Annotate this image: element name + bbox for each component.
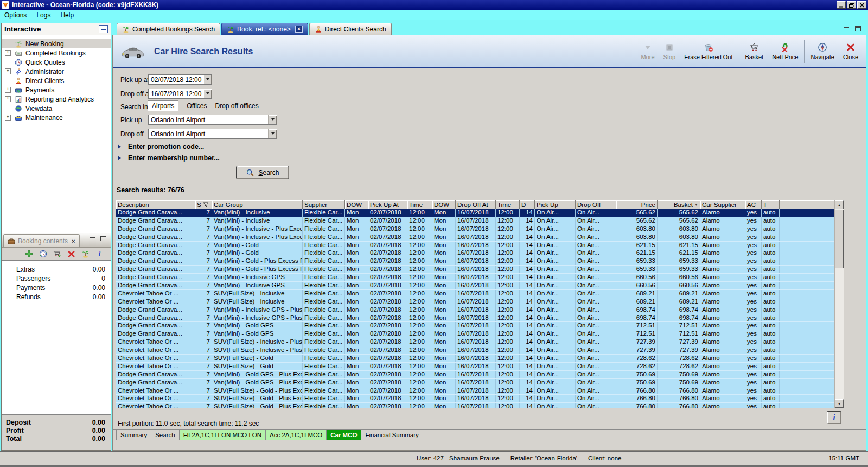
search-in-option-offices[interactable]: Offices [187, 102, 207, 110]
grid-vertical-scrollbar[interactable]: ▲ ▼ [834, 200, 844, 408]
column-header-basket[interactable]: Basket▼ [658, 200, 700, 209]
result-row[interactable]: Chevrolet Tahoe Or ...7SUV(Full Size) - … [116, 290, 834, 298]
result-row[interactable]: Dodge Grand Carava...7Van(Mini) - Gold -… [116, 266, 834, 274]
sidebar-item-maintenance[interactable]: +Maintenance [2, 113, 111, 122]
result-row[interactable]: Chevrolet Tahoe Or ...7SUV(Full Size) - … [116, 395, 834, 403]
column-header-time[interactable]: Time [496, 200, 520, 209]
column-header-drop-off-at[interactable]: Drop Off At [456, 200, 496, 209]
pick-up-at-dropdown-icon[interactable] [203, 75, 212, 84]
workspace-minimize-icon[interactable] [844, 27, 850, 31]
search-in-option-drop-off-offices[interactable]: Drop off offices [215, 102, 258, 110]
expand-icon[interactable]: + [5, 68, 11, 74]
result-row[interactable]: Dodge Grand Carava...7Van(Mini) - GoldFl… [116, 242, 834, 250]
menu-item-help[interactable]: Help [60, 11, 74, 19]
result-row[interactable]: Dodge Grand Carava...7Van(Mini) - GoldFl… [116, 249, 834, 257]
sidebar-item-payments[interactable]: +$Payments [2, 85, 111, 94]
result-row[interactable]: Chevrolet Tahoe Or ...7SUV(Full Size) - … [116, 298, 834, 306]
column-header-ac[interactable]: AC [745, 200, 762, 209]
search-button[interactable]: Search [236, 166, 289, 179]
workspace-maximize-icon[interactable] [855, 26, 861, 31]
result-row[interactable]: Dodge Grand Carava...7Van(Mini) - Inclus… [116, 306, 834, 314]
column-header-car-supplier[interactable]: Car Supplier [700, 200, 745, 209]
result-row[interactable]: Dodge Grand Carava...7Van(Mini) - Gold G… [116, 371, 834, 379]
result-row[interactable]: Dodge Grand Carava...7Van(Mini) - Inclus… [116, 274, 834, 282]
bottom-tab-summary[interactable]: Summary [116, 430, 151, 440]
column-header-drop-off[interactable]: Drop Off [576, 200, 616, 209]
booking-toolbar-plus-button[interactable] [24, 249, 34, 258]
result-row[interactable]: Chevrolet Tahoe Or ...7SUV(Full Size) - … [116, 338, 834, 346]
result-row[interactable]: Chevrolet Tahoe Or ...7SUV(Full Size) - … [116, 387, 834, 395]
result-row[interactable]: Chevrolet Tahoe Or ...7SUV(Full Size) - … [116, 363, 834, 371]
result-row[interactable]: Dodge Grand Carava...7Van(Mini) - Inclus… [116, 217, 834, 225]
basket-button[interactable]: Basket [741, 42, 768, 60]
tab-close-icon[interactable]: × [295, 26, 303, 33]
drop-off-at-field[interactable]: 16/07/2018 12:00 [148, 89, 212, 99]
result-row[interactable]: Chevrolet Tahoe Or ...7SUV(Full Size) - … [116, 403, 834, 408]
menu-item-options[interactable]: Options [4, 11, 27, 19]
drop-off-at-dropdown-icon[interactable] [203, 89, 212, 98]
pick-up-at-field[interactable]: 02/07/2018 12:00 [148, 74, 212, 85]
result-row[interactable]: Dodge Grand Carava...7Van(Mini) - Inclus… [116, 209, 834, 217]
membership-number-expander[interactable]: Enter membership number... [118, 154, 220, 162]
result-row[interactable]: Dodge Grand Carava...7Van(Mini) - Gold G… [116, 322, 834, 330]
scroll-up-icon[interactable]: ▲ [835, 200, 844, 209]
drop-off-dropdown-icon[interactable] [268, 129, 277, 138]
column-header-time[interactable]: Time [407, 200, 432, 209]
result-row[interactable]: Dodge Grand Carava...7Van(Mini) - Gold -… [116, 257, 834, 266]
result-row[interactable]: Dodge Grand Carava...7Van(Mini) - Gold G… [116, 330, 834, 338]
booking-toolbar-cart-button[interactable] [53, 249, 62, 258]
search-in-option-airports[interactable]: Airports [148, 100, 178, 111]
booking-contents-maximize-icon[interactable] [100, 236, 106, 241]
booking-toolbar-clock-button[interactable] [39, 249, 48, 258]
booking-toolbar-redx-button[interactable] [67, 249, 76, 258]
column-header-d[interactable]: D [520, 200, 535, 209]
bottom-tab-financial-summary[interactable]: Financial Summary [361, 430, 423, 440]
erase-filtered-out-button[interactable]: Erase Filtered Out [680, 42, 737, 60]
bottom-tab-flt-2a-1c-1i-lon-mco-lon[interactable]: Flt 2A,1C,1I LON MCO LON [179, 430, 266, 440]
column-header-price[interactable]: Price [616, 200, 658, 209]
window-close-button[interactable] [857, 1, 866, 9]
column-header-description[interactable]: Description [116, 200, 195, 209]
column-header-car-group[interactable]: Car Group [212, 200, 303, 209]
result-row[interactable]: Dodge Grand Carava...7Van(Mini) - Gold G… [116, 379, 834, 387]
bottom-tab-search[interactable]: Search [151, 430, 179, 440]
column-header-blank[interactable] [780, 200, 834, 209]
expand-icon[interactable]: + [5, 50, 11, 56]
column-header-t[interactable]: T [762, 200, 780, 209]
bottom-tab-car-mco[interactable]: Car MCO [326, 430, 361, 440]
pick-up-field[interactable]: Orlando Intl Airport [148, 115, 277, 125]
info-button[interactable]: i [827, 411, 841, 424]
sidebar-item-reporting-and-analytics[interactable]: +Reporting and Analytics [2, 94, 111, 104]
sidebar-item-completed-bookings[interactable]: +Completed Bookings [2, 48, 111, 58]
sidebar-item-viewdata[interactable]: Viewdata [2, 104, 111, 113]
navigate-button[interactable]: Navigate [806, 42, 838, 60]
column-header-pick-up-at[interactable]: Pick Up At [368, 200, 407, 209]
sidebar-item-new-booking[interactable]: New Booking [2, 39, 111, 48]
booking-contents-minimize-icon[interactable] [90, 236, 95, 241]
result-row[interactable]: Dodge Grand Carava...7Van(Mini) - Inclus… [116, 234, 834, 242]
window-restore-button[interactable] [847, 1, 856, 9]
expand-icon[interactable]: + [5, 115, 11, 121]
sidebar-collapse-button[interactable] [99, 25, 108, 33]
column-header-dow[interactable]: DOW [432, 200, 456, 209]
booking-toolbar-info-button[interactable]: i [95, 249, 104, 258]
menu-item-logs[interactable]: Logs [36, 11, 50, 19]
result-row[interactable]: Dodge Grand Carava...7Van(Mini) - Inclus… [116, 314, 834, 323]
pick-up-dropdown-icon[interactable] [268, 115, 277, 124]
tab-book-ref-none[interactable]: Book. ref.: <none>× [221, 23, 308, 35]
booking-contents-close-icon[interactable]: × [72, 238, 75, 244]
sidebar-item-quick-quotes[interactable]: Quick Quotes [2, 58, 111, 67]
drop-off-field[interactable]: Orlando Intl Airport [148, 129, 277, 139]
expand-icon[interactable]: + [5, 96, 11, 102]
booking-contents-tab[interactable]: Booking contents × [3, 234, 80, 247]
column-header-supplier[interactable]: Supplier [303, 200, 345, 209]
result-row[interactable]: Dodge Grand Carava...7Van(Mini) - Inclus… [116, 225, 834, 234]
column-header-s[interactable]: S [195, 200, 212, 209]
column-header-pick-up[interactable]: Pick Up [535, 200, 576, 209]
scroll-down-icon[interactable]: ▼ [835, 399, 844, 408]
result-row[interactable]: Chevrolet Tahoe Or ...7SUV(Full Size) - … [116, 355, 834, 363]
sidebar-item-direct-clients[interactable]: Direct Clients [2, 76, 111, 85]
expand-icon[interactable]: + [5, 87, 11, 93]
window-minimize-button[interactable] [837, 1, 846, 9]
sidebar-item-administrator[interactable]: +Administrator [2, 67, 111, 76]
